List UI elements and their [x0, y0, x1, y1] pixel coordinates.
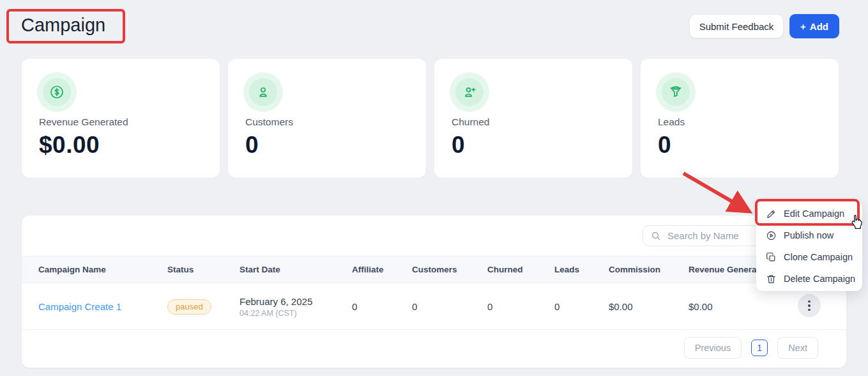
user-plus-icon	[455, 78, 483, 106]
start-date: February 6, 2025	[240, 296, 352, 307]
stat-label: Customers	[245, 116, 293, 128]
search-icon	[651, 231, 661, 241]
campaign-table-card: Campaign Name Status Start Date Affiliat…	[22, 215, 846, 368]
leads-cell: 0	[554, 301, 609, 312]
menu-item-label: Edit Campaign	[784, 208, 844, 219]
add-button[interactable]: + Add	[789, 14, 839, 38]
menu-item-clone-campaign[interactable]: Clone Campaign	[756, 246, 862, 268]
stat-label: Churned	[452, 116, 489, 128]
column-header-campaign-name: Campaign Name	[38, 265, 167, 274]
submit-feedback-button[interactable]: Submit Feedback	[689, 14, 784, 38]
menu-item-delete-campaign[interactable]: Delete Campaign	[756, 268, 862, 290]
menu-item-publish-now[interactable]: Publish now	[756, 224, 862, 246]
copy-icon	[766, 252, 777, 263]
affiliate-cell: 0	[352, 301, 412, 312]
column-header-customers: Customers	[412, 265, 487, 274]
page-title: Campaign	[21, 15, 105, 36]
column-header-commission: Commission	[609, 265, 689, 274]
customers-cell: 0	[412, 301, 487, 312]
play-circle-icon	[766, 230, 777, 241]
stat-icon-ring	[656, 72, 696, 112]
table-header-row: Campaign Name Status Start Date Affiliat…	[22, 256, 846, 283]
column-header-status: Status	[167, 265, 240, 274]
stat-value: 0	[245, 132, 259, 159]
column-header-affiliate: Affiliate	[352, 265, 412, 274]
funnel-icon	[662, 78, 690, 106]
stat-icon-ring	[243, 72, 283, 112]
plus-icon: +	[800, 21, 806, 32]
page-number-button[interactable]: 1	[751, 340, 768, 356]
stat-icon-ring	[450, 72, 489, 112]
menu-item-label: Clone Campaign	[784, 252, 853, 262]
stat-icon-ring	[37, 72, 77, 112]
churned-cell: 0	[487, 301, 554, 312]
dollar-circle-icon	[43, 78, 71, 106]
column-header-leads: Leads	[554, 265, 609, 274]
start-time: 04:22 AM (CST)	[240, 309, 352, 318]
stat-value: 0	[658, 132, 671, 159]
row-actions-kebab-button[interactable]	[798, 294, 821, 317]
pagination: Previous 1 Next	[684, 337, 818, 359]
stat-value: $0.00	[39, 132, 100, 159]
campaign-page: Campaign Submit Feedback + Add Revenue G…	[0, 0, 868, 376]
submit-feedback-label: Submit Feedback	[699, 21, 774, 32]
campaign-context-menu: Edit Campaign Publish now Clone Campaign…	[756, 201, 862, 291]
menu-item-label: Delete Campaign	[784, 274, 855, 284]
column-header-churned: Churned	[487, 265, 554, 274]
commission-cell: $0.00	[609, 301, 689, 312]
campaign-name-link[interactable]: Campaign Create 1	[38, 301, 121, 312]
next-page-button[interactable]: Next	[777, 337, 818, 359]
status-badge: paused	[167, 299, 211, 315]
pencil-icon	[766, 208, 777, 219]
trash-icon	[766, 274, 777, 285]
stat-card-revenue: Revenue Generated $0.00	[22, 59, 220, 178]
stat-card-leads: Leads 0	[641, 59, 839, 178]
revenue-generated-cell: $0.00	[689, 301, 795, 312]
stat-label: Revenue Generated	[39, 116, 128, 128]
menu-item-label: Publish now	[784, 230, 834, 240]
stat-card-churned: Churned 0	[434, 59, 632, 178]
column-header-start-date: Start Date	[240, 265, 352, 274]
kebab-dots-icon	[808, 301, 811, 303]
user-icon	[249, 78, 277, 106]
stat-value: 0	[452, 132, 465, 159]
previous-page-button[interactable]: Previous	[684, 337, 742, 359]
add-button-label: Add	[810, 21, 828, 32]
table-row: Campaign Create 1 paused February 6, 202…	[22, 284, 846, 330]
stat-label: Leads	[658, 116, 685, 128]
menu-item-edit-campaign[interactable]: Edit Campaign	[756, 203, 862, 224]
stat-card-customers: Customers 0	[228, 59, 426, 178]
